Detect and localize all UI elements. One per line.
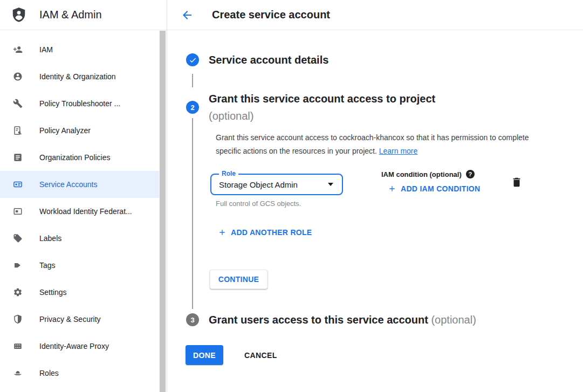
policy-analyzer-icon (13, 126, 23, 135)
stepper-connector (192, 74, 193, 87)
wrench-icon (13, 99, 23, 108)
step3-title-text: Grant users access to this service accou… (209, 314, 428, 326)
sidebar-item-label: Organization Policies (39, 153, 111, 162)
sidebar-nav: IAM Identity & Organization Policy Troub… (0, 30, 167, 387)
add-iam-condition-label: ADD IAM CONDITION (401, 184, 480, 193)
shield-half-icon (13, 314, 23, 324)
learn-more-link[interactable]: Learn more (379, 147, 418, 155)
help-icon[interactable] (466, 170, 475, 178)
hat-icon (13, 368, 23, 378)
sidebar-item-policy-troubleshooter[interactable]: Policy Troubleshooter ... (0, 90, 167, 117)
main-panel: Create service account Service account d… (167, 0, 583, 392)
step1-complete-indicator (186, 53, 199, 66)
back-button[interactable] (181, 9, 194, 22)
service-account-icon (13, 180, 23, 189)
sidebar-item-label: Policy Troubleshooter ... (39, 99, 120, 108)
sidebar-item-label: IAM (39, 45, 53, 54)
sidebar-item-labels[interactable]: Labels (0, 225, 167, 252)
page-title: Create service account (212, 9, 330, 21)
step2-description-text: Grant this service account access to coc… (216, 133, 529, 155)
role-select-label: Role (219, 170, 238, 177)
sidebar-item-identity-organization[interactable]: Identity & Organization (0, 63, 167, 90)
sidebar-item-service-accounts[interactable]: Service Accounts (0, 171, 167, 198)
add-iam-condition-button[interactable]: ADD IAM CONDITION (385, 182, 483, 195)
plus-icon (218, 228, 227, 237)
role-helper-text: Full control of GCS objects. (216, 200, 301, 208)
step3-indicator: 3 (186, 313, 199, 326)
sidebar-item-label: Roles (39, 369, 59, 377)
sidebar-item-label: Settings (39, 288, 67, 297)
sidebar-item-label: Privacy & Security (39, 315, 101, 324)
sidebar-item-label: Labels (39, 234, 61, 243)
iam-condition-row: IAM condition (optional) (381, 170, 475, 178)
sidebar-item-label: Identity & Organization (39, 72, 116, 81)
page-header: Create service account (167, 0, 583, 30)
sidebar-item-privacy-security[interactable]: Privacy & Security (0, 306, 167, 333)
step3-optional-label: (optional) (431, 314, 476, 326)
sidebar-item-organization-policies[interactable]: Organization Policies (0, 144, 167, 171)
add-another-role-label: ADD ANOTHER ROLE (231, 228, 312, 237)
sidebar-item-label: Tags (39, 261, 56, 270)
delete-role-button[interactable] (509, 175, 524, 190)
account-circle-icon (13, 72, 23, 81)
arrow-back-icon (181, 9, 194, 22)
app-title: IAM & Admin (39, 9, 102, 21)
sidebar-item-label: Workload Identity Federat... (39, 207, 132, 216)
sidebar-item-settings[interactable]: Settings (0, 279, 167, 306)
gear-icon (13, 287, 23, 297)
cancel-button[interactable]: CANCEL (238, 345, 284, 365)
sidebar-item-policy-analyzer[interactable]: Policy Analyzer (0, 117, 167, 144)
create-service-account-form: Service account details 2 Grant this ser… (167, 30, 583, 392)
step2-description: Grant this service account access to coc… (216, 131, 531, 158)
role-select-value: Storage Object Admin (219, 180, 328, 189)
check-icon (189, 56, 197, 64)
trash-icon (511, 176, 523, 188)
step3-title: Grant users access to this service accou… (209, 312, 476, 327)
plus-icon (388, 184, 396, 193)
sidebar-scrollbar-thumb[interactable] (160, 31, 166, 392)
sidebar-header: IAM & Admin (0, 0, 167, 30)
person-add-icon (13, 45, 23, 54)
continue-button[interactable]: CONTINUE (210, 270, 268, 289)
sidebar-item-label: Identity-Aware Proxy (39, 342, 109, 350)
add-another-role-button[interactable]: ADD ANOTHER ROLE (215, 226, 315, 239)
step2-title-text: Grant this service account access to pro… (209, 93, 435, 105)
proxy-strip-icon (13, 341, 23, 351)
sidebar-item-tags[interactable]: Tags (0, 252, 167, 279)
id-card-icon (13, 207, 23, 216)
done-button[interactable]: DONE (186, 345, 223, 365)
tag-icon (13, 260, 23, 270)
sidebar-item-identity-aware-proxy[interactable]: Identity-Aware Proxy (0, 333, 167, 360)
role-select[interactable]: Role Storage Object Admin (210, 174, 343, 195)
chevron-down-icon (328, 183, 333, 186)
step2-title: Grant this service account access to pro… (209, 90, 511, 125)
label-icon (13, 233, 23, 243)
step1-title: Service account details (209, 52, 328, 67)
iam-shield-logo-icon (11, 6, 27, 24)
sidebar-item-label: Service Accounts (39, 180, 97, 189)
sidebar-item-iam[interactable]: IAM (0, 36, 167, 63)
sidebar-item-label: Policy Analyzer (39, 126, 91, 135)
sidebar-item-workload-identity-federation[interactable]: Workload Identity Federat... (0, 198, 167, 225)
sidebar: IAM & Admin IAM Identity & Organization … (0, 0, 167, 392)
iam-condition-label: IAM condition (optional) (381, 170, 462, 178)
article-icon (13, 153, 23, 162)
stepper-connector (192, 118, 193, 309)
step2-optional-label: (optional) (209, 107, 511, 125)
sidebar-item-roles[interactable]: Roles (0, 360, 167, 387)
step2-indicator: 2 (186, 101, 199, 114)
